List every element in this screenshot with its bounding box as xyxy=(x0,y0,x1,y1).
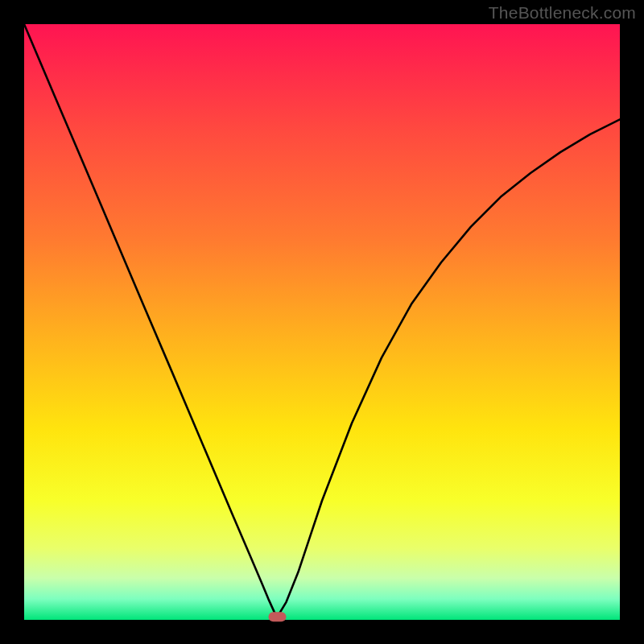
optimal-marker xyxy=(269,612,287,621)
bottleneck-chart xyxy=(0,0,644,644)
chart-plot-area xyxy=(24,24,620,620)
watermark-text: TheBottleneck.com xyxy=(489,3,636,23)
chart-frame xyxy=(0,0,644,644)
